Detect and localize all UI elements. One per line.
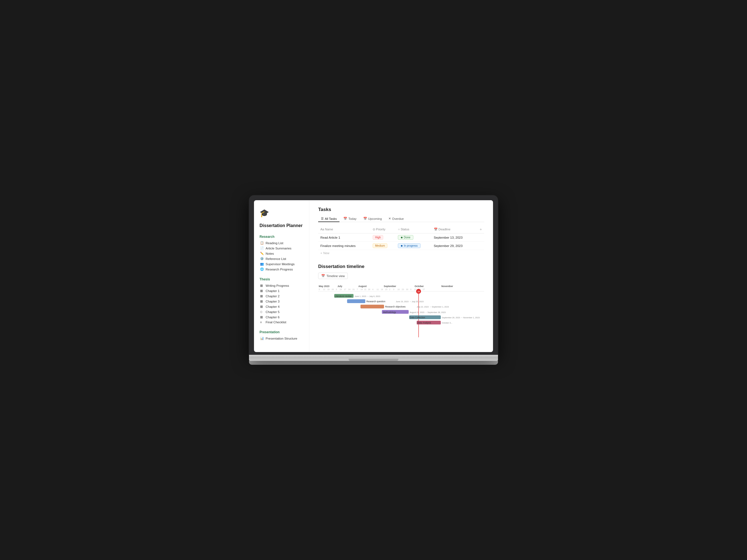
svg-text:September: September: [384, 285, 396, 288]
svg-text:June 1, 2023 → July 6, 2023: June 1, 2023 → July 6, 2023: [355, 295, 380, 298]
reference-list-icon: ⚙️: [260, 257, 264, 261]
add-new-plus: +: [320, 251, 322, 255]
col-add[interactable]: +: [475, 225, 484, 233]
col-name: Aa Name: [318, 225, 370, 233]
task1-status-badge: Done: [398, 235, 413, 240]
task2-deadline: September 29, 2023: [432, 242, 475, 250]
article-summaries-icon: 📄: [260, 246, 264, 250]
laptop-stand: [249, 361, 498, 365]
sidebar-item-supervisor-meetings[interactable]: 👥 Supervisor Meetings: [258, 261, 305, 267]
svg-text:12: 12: [323, 288, 325, 291]
task2-priority: Medium: [370, 242, 396, 250]
svg-text:October: October: [414, 285, 424, 288]
svg-text:21: 21: [364, 288, 366, 291]
sidebar-item-writing-progress[interactable]: ▦ Writing Progress: [258, 283, 305, 288]
sidebar-item-final-checklist[interactable]: ≡ Final Checklist: [258, 320, 305, 325]
svg-text:31: 31: [353, 288, 355, 291]
sidebar-item-chapter2[interactable]: ▦ Chapter 2: [258, 293, 305, 299]
svg-text:17: 17: [344, 288, 346, 291]
tab-today[interactable]: 📅 Today: [341, 216, 359, 222]
tab-all-tasks[interactable]: ☰ All Tasks: [318, 216, 339, 222]
svg-text:27: 27: [422, 288, 425, 291]
tab-upcoming[interactable]: 📅 Upcoming: [360, 216, 385, 222]
sidebar-item-reference-list[interactable]: ⚙️ Reference List: [258, 256, 305, 261]
sidebar-item-chapter1-label: Chapter 1: [265, 289, 280, 293]
app-container: 🎓 Dissertation Planner Research 📋 Readin…: [254, 200, 493, 352]
task2-status: In progress: [396, 242, 431, 250]
laptop-container: 🎓 Dissertation Planner Research 📋 Readin…: [249, 195, 498, 365]
svg-text:23: 23: [402, 288, 404, 291]
svg-text:19: 19: [327, 288, 330, 291]
svg-text:24: 24: [348, 288, 350, 291]
sidebar-item-article-summaries[interactable]: 📄 Article Summaries: [258, 246, 305, 251]
svg-text:28: 28: [368, 288, 370, 291]
sidebar-item-reading-list-label: Reading List: [265, 241, 283, 245]
chapter2-icon: ▦: [260, 294, 264, 298]
svg-rect-39: [347, 299, 365, 303]
logo-icon: 🎓: [259, 209, 305, 218]
sidebar-item-reading-list[interactable]: 📋 Reading List: [258, 240, 305, 246]
sidebar-item-research-progress[interactable]: 🌐 Research Progress: [258, 267, 305, 272]
supervisor-meetings-icon: 👥: [260, 262, 264, 266]
timeline-grid: May 2023 July August September October N…: [318, 283, 484, 339]
all-tasks-icon: ☰: [321, 217, 324, 220]
add-new-label: New: [323, 251, 329, 255]
timeline-view-button[interactable]: 📅 Timeline view: [318, 273, 348, 279]
sidebar-item-chapter1[interactable]: ▦ Chapter 1: [258, 288, 305, 293]
svg-text:Literature review: Literature review: [335, 295, 352, 298]
task1-status: Done: [396, 233, 431, 242]
laptop-screen: 🎓 Dissertation Planner Research 📋 Readin…: [254, 200, 493, 352]
gantt-chart-svg: May 2023 July August September October N…: [318, 283, 484, 338]
chapter1-icon: ▦: [260, 289, 264, 293]
task2-name[interactable]: Finalize meeting minutes: [318, 242, 370, 250]
sidebar-item-chapter3-label: Chapter 3: [265, 300, 280, 303]
overdue-icon: ✕: [388, 217, 391, 220]
svg-text:August 21, 2023 → September 28: August 21, 2023 → September 28, 2023: [410, 311, 446, 314]
svg-text:18: 18: [381, 288, 383, 291]
svg-text:14: 14: [360, 288, 363, 291]
timeline-section: Dissertation timeline 📅 Timeline view Ma…: [318, 264, 484, 339]
tab-overdue[interactable]: ✕ Overdue: [386, 216, 406, 222]
sidebar-item-notes[interactable]: ✏️ Notes: [258, 251, 305, 256]
sidebar-item-chapter6[interactable]: ▦ Chapter 6: [258, 314, 305, 320]
task1-deadline: September 13, 2023: [432, 233, 475, 242]
svg-text:Data Analysis: Data Analysis: [417, 322, 431, 324]
sidebar-item-chapter5[interactable]: ◇ Chapter 5: [258, 309, 305, 314]
task2-status-badge: In progress: [398, 243, 420, 248]
sidebar-research-title: Research: [258, 235, 305, 239]
sidebar-section-research: Research 📋 Reading List 📄 Article Summar…: [258, 235, 305, 272]
sidebar-item-reference-list-label: Reference List: [265, 257, 286, 261]
sidebar: 🎓 Dissertation Planner Research 📋 Readin…: [254, 200, 309, 352]
sidebar-item-article-summaries-label: Article Summaries: [265, 247, 291, 250]
today-icon: 📅: [343, 217, 347, 220]
add-new-button[interactable]: + New: [318, 250, 484, 256]
sidebar-item-chapter6-label: Chapter 6: [265, 316, 280, 319]
timeline-view-label: Timeline view: [327, 274, 345, 278]
svg-text:July 22, 2023 → September 1, 2: July 22, 2023 → September 1, 2023: [417, 305, 449, 308]
sidebar-presentation-title: Presentation: [258, 330, 305, 334]
col-priority: ⊙ Priority: [370, 225, 396, 233]
laptop-notch: [362, 195, 385, 200]
sidebar-section-presentation: Presentation 📊 Presentation Structure: [258, 330, 305, 341]
timeline-title: Dissertation timeline: [318, 264, 484, 269]
svg-text:4: 4: [372, 288, 373, 291]
sidebar-item-chapter4-label: Chapter 4: [265, 305, 280, 308]
svg-text:7: 7: [357, 288, 358, 291]
sidebar-section-thesis: Thesis ▦ Writing Progress ▦ Chapter 1 ▦ …: [258, 277, 305, 325]
svg-text:2: 2: [389, 288, 390, 291]
task1-priority-badge: High: [373, 235, 383, 240]
sidebar-thesis-title: Thesis: [258, 277, 305, 281]
task1-status-dot: [401, 237, 403, 238]
sidebar-item-presentation-structure[interactable]: 📊 Presentation Structure: [258, 336, 305, 341]
svg-text:13: 13: [414, 288, 416, 291]
sidebar-item-chapter3[interactable]: ▦ Chapter 3: [258, 299, 305, 304]
svg-text:Research question: Research question: [366, 300, 385, 303]
svg-text:30: 30: [406, 288, 408, 291]
sidebar-item-chapter5-label: Chapter 5: [265, 310, 280, 314]
col-status: ○ Status: [396, 225, 431, 233]
all-tasks-label: All Tasks: [325, 217, 337, 220]
svg-text:25: 25: [385, 288, 387, 291]
sidebar-item-writing-progress-label: Writing Progress: [265, 284, 289, 287]
task1-name[interactable]: Read Article 1: [318, 233, 370, 242]
sidebar-item-chapter4[interactable]: ▦ Chapter 4: [258, 304, 305, 309]
